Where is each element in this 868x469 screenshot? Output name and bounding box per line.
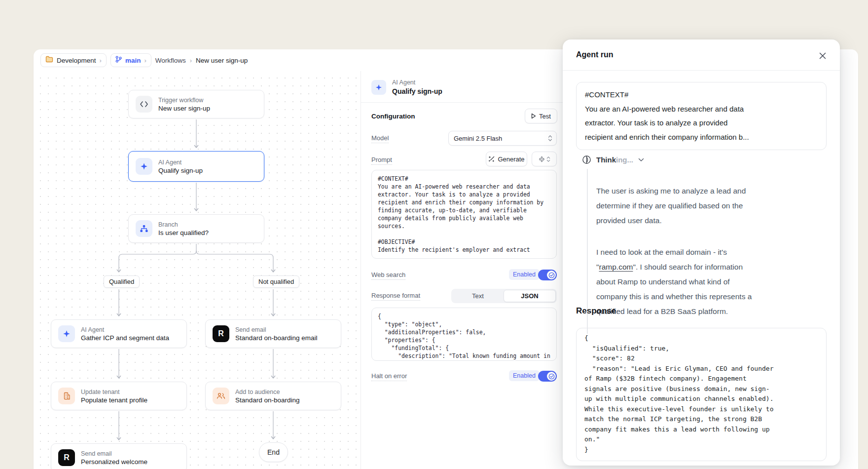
node-send-email-personalized[interactable]: R Send email Personalized welcome — [51, 443, 187, 469]
node-trigger-workflow[interactable]: Trigger workflow New user sign-up — [128, 90, 264, 118]
response-output: { "isQualified": true, "score": 82 "reas… — [576, 328, 827, 461]
node-add-to-audience[interactable]: Add to audience Standard on-boarding — [205, 382, 341, 410]
branch-label-qualified[interactable]: Qualified — [104, 275, 140, 288]
chevron-right-icon: › — [190, 57, 192, 64]
select-chevrons-icon — [548, 135, 552, 142]
node-branch[interactable]: Branch Is user qualified? — [128, 214, 264, 243]
node-update-tenant[interactable]: Update tenant Populate tenant profile — [51, 382, 187, 410]
node-name-label: Populate tenant profile — [81, 396, 147, 404]
halt-on-error-label: Halt on error — [371, 372, 407, 381]
prompt-label: Prompt — [371, 156, 392, 165]
node-name-label: Personalized welcome — [81, 458, 147, 466]
format-option-json[interactable]: JSON — [504, 290, 556, 302]
ramp-link[interactable]: ramp.com — [599, 263, 633, 271]
resend-letter: R — [218, 329, 224, 338]
node-type-label: Add to audience — [235, 389, 300, 395]
web-search-status-badge: Enabled — [509, 269, 540, 280]
agent-run-panel: Agent run #CONTEXT# You are an AI-powere… — [563, 39, 840, 466]
response-format-segmented-control: Text JSON — [451, 289, 557, 303]
toggle-knob-check-icon — [547, 271, 556, 279]
branch-label-not-qualified[interactable]: Not qualified — [253, 275, 299, 288]
halt-status-badge: Enabled — [509, 370, 540, 381]
breadcrumb-current-page: New user sign-up — [196, 57, 248, 64]
node-name-label: Gather ICP and segment data — [81, 334, 169, 342]
thinking-label: Thinking... — [596, 156, 633, 164]
branch-name: main — [125, 57, 141, 64]
building-icon — [58, 388, 75, 404]
thinking-toggle[interactable]: Thinking... — [582, 155, 644, 164]
resend-icon: R — [58, 449, 75, 466]
thinking-paragraph: The user is asking me to analyze a lead … — [596, 184, 827, 228]
node-name-label: New user sign-up — [158, 105, 210, 112]
play-icon — [531, 113, 536, 119]
node-ai-agent-gather[interactable]: AI Agent Gather ICP and segment data — [51, 319, 187, 348]
response-format-label: Response format — [371, 292, 420, 301]
thinking-paragraph: I need to look at the email domain - it'… — [596, 245, 827, 319]
node-type-label: Send email — [81, 450, 147, 457]
resend-letter: R — [64, 453, 70, 462]
node-type-label: Branch — [158, 221, 209, 228]
format-option-text[interactable]: Text — [452, 290, 504, 302]
model-label: Model — [371, 134, 389, 143]
node-name-label: Standard on-boarding — [235, 396, 300, 404]
thinking-content: The user is asking me to analyze a lead … — [587, 169, 827, 334]
context-prompt-card: #CONTEXT# You are an AI-powered web rese… — [576, 82, 827, 150]
web-search-label: Web search — [371, 271, 405, 280]
audience-icon — [213, 388, 229, 404]
chevron-right-icon: › — [100, 57, 102, 64]
configuration-heading: Configuration — [371, 113, 415, 120]
inspector-node-name: Qualify sign-up — [392, 87, 442, 95]
node-send-email-standard[interactable]: R Send email Standard on-boarding email — [205, 319, 341, 348]
model-value: Gemini 2.5 Flash — [454, 135, 502, 142]
node-type-label: Send email — [235, 326, 318, 333]
sparkle-icon — [136, 158, 152, 175]
node-type-label: Trigger workflow — [158, 97, 210, 104]
variables-icon — [539, 156, 545, 162]
inspector-node-type: AI Agent — [392, 79, 415, 86]
test-button[interactable]: Test — [525, 109, 557, 123]
halt-on-error-toggle[interactable] — [538, 371, 557, 382]
chevron-down-icon — [638, 158, 644, 162]
web-search-toggle[interactable] — [538, 270, 557, 280]
branch-selector[interactable]: main › — [110, 53, 151, 67]
node-inspector: AI Agent Qualify sign-up Configuration T… — [361, 71, 597, 469]
generate-button-label: Generate — [498, 156, 524, 163]
sparkle-icon — [58, 325, 75, 342]
code-icon — [136, 96, 152, 113]
sparkle-icon — [371, 80, 386, 95]
divider — [563, 70, 840, 71]
node-end[interactable]: End — [259, 442, 288, 462]
resend-icon: R — [213, 325, 229, 342]
node-name-label: Is user qualified? — [158, 229, 209, 236]
node-ai-agent-qualify[interactable]: AI Agent Qualify sign-up — [128, 151, 264, 182]
response-heading: Response — [576, 306, 616, 316]
magic-wand-icon — [488, 156, 495, 162]
select-chevrons-icon — [546, 156, 550, 162]
folder-icon — [45, 56, 53, 65]
model-select[interactable]: Gemini 2.5 Flash — [448, 131, 557, 146]
branch-icon — [136, 220, 152, 237]
prompt-textarea[interactable]: #CONTEXT# You are an AI-powered web rese… — [371, 170, 557, 259]
project-selector[interactable]: Development › — [40, 53, 107, 67]
node-type-label: AI Agent — [81, 326, 169, 333]
node-type-label: Update tenant — [81, 389, 147, 395]
breadcrumb-workflows[interactable]: Workflows — [155, 57, 186, 64]
project-name: Development — [57, 57, 96, 64]
generate-button[interactable]: Generate — [486, 152, 527, 166]
node-name-label: Standard on-boarding email — [235, 334, 318, 342]
close-button[interactable] — [816, 49, 829, 62]
workflow-canvas: Trigger workflow New user sign-up AI Age… — [34, 71, 361, 469]
panel-title: Agent run — [576, 50, 614, 59]
test-button-label: Test — [539, 113, 551, 120]
node-type-label: AI Agent — [158, 159, 203, 166]
variables-button[interactable] — [532, 152, 557, 166]
thinking-icon — [582, 155, 591, 164]
chevron-right-icon: › — [144, 57, 146, 64]
page: Development › main › Workflows › New use… — [0, 0, 868, 469]
close-icon — [819, 52, 826, 59]
node-name-label: Qualify sign-up — [158, 167, 203, 174]
divider — [361, 102, 597, 103]
toggle-knob-check-icon — [547, 372, 556, 381]
json-schema-textarea[interactable]: { "type": "object", "additionalPropertie… — [371, 308, 557, 361]
git-branch-icon — [115, 56, 122, 65]
